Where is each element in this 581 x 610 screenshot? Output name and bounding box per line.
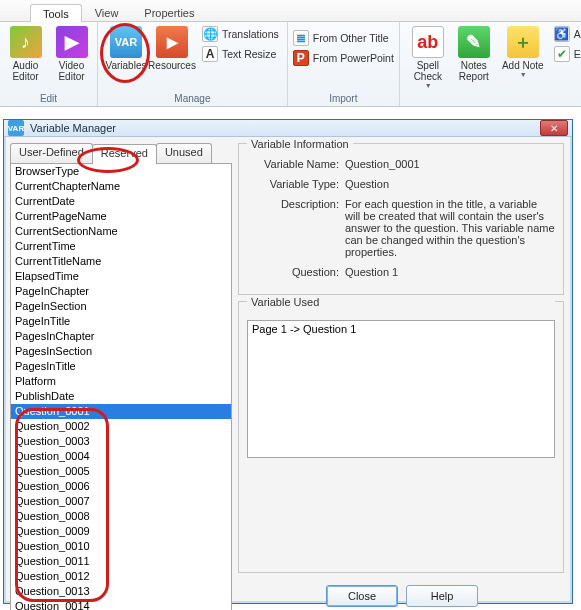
audio-editor-label: Audio Editor	[4, 60, 48, 82]
list-item[interactable]: Question_0009	[11, 524, 231, 539]
resources-label: Resources	[148, 60, 196, 71]
text-resize-label: Text Resize	[222, 48, 276, 60]
list-item[interactable]: PagesInChapter	[11, 329, 231, 344]
dialog-close-button[interactable]: ✕	[540, 120, 568, 136]
variable-used-item[interactable]: Page 1 -> Question 1	[252, 323, 550, 335]
ribbon-group-manage-label: Manage	[98, 93, 287, 104]
list-item[interactable]: PagesInTitle	[11, 359, 231, 374]
variable-type-label: Variable Type:	[247, 178, 345, 190]
notes-report-button[interactable]: ✎ Notes Report	[452, 24, 496, 91]
audio-editor-icon: ♪	[10, 26, 42, 58]
list-item[interactable]: Question_0003	[11, 434, 231, 449]
text-resize-button[interactable]: A Text Resize	[200, 44, 281, 64]
dropdown-arrow-icon: ▼	[520, 71, 527, 78]
help-button[interactable]: Help	[406, 585, 478, 607]
list-item[interactable]: BrowserType	[11, 164, 231, 179]
list-item[interactable]: PageInSection	[11, 299, 231, 314]
video-editor-icon: ▶	[56, 26, 88, 58]
spell-check-button[interactable]: ab Spell Check ▼	[406, 24, 450, 91]
list-item[interactable]: PageInChapter	[11, 284, 231, 299]
variable-type-value: Question	[345, 178, 555, 190]
translations-icon: 🌐	[202, 26, 218, 42]
notes-report-icon: ✎	[458, 26, 490, 58]
from-other-title-button[interactable]: ≣ From Other Title	[291, 28, 391, 48]
variable-information-group: Variable Information Variable Name: Ques…	[238, 143, 564, 295]
text-resize-icon: A	[202, 46, 218, 62]
audio-editor-button[interactable]: ♪ Audio Editor	[4, 24, 48, 84]
tab-unused[interactable]: Unused	[156, 143, 212, 163]
list-item[interactable]: PageInTitle	[11, 314, 231, 329]
dialog-title: Variable Manager	[30, 122, 116, 134]
ribbon-tab-tools[interactable]: Tools	[30, 4, 82, 22]
accessibility-button[interactable]: ♿ Acc	[552, 24, 581, 44]
list-item[interactable]: CurrentTime	[11, 239, 231, 254]
from-powerpoint-button[interactable]: P From PowerPoint	[291, 48, 396, 68]
list-item[interactable]: CurrentSectionName	[11, 224, 231, 239]
list-item[interactable]: Question_0004	[11, 449, 231, 464]
list-item[interactable]: Question_0008	[11, 509, 231, 524]
dialog-titlebar[interactable]: VAR Variable Manager ✕	[4, 120, 572, 137]
variable-tabs: User-Defined Reserved Unused	[10, 143, 232, 163]
list-item[interactable]: Question_0002	[11, 419, 231, 434]
list-item[interactable]: CurrentTitleName	[11, 254, 231, 269]
question-label: Question:	[247, 266, 345, 278]
accessibility-label: Acc	[574, 28, 581, 40]
description-value: For each question in the title, a variab…	[345, 198, 555, 258]
powerpoint-icon: P	[293, 50, 309, 66]
variables-label: Variables	[106, 60, 147, 71]
list-item[interactable]: Question_0005	[11, 464, 231, 479]
variable-list[interactable]: BrowserTypeCurrentChapterNameCurrentDate…	[10, 163, 232, 610]
list-item[interactable]: Question_0012	[11, 569, 231, 584]
variable-used-group: Variable Used Page 1 -> Question 1	[238, 301, 564, 573]
accessibility-icon: ♿	[554, 26, 570, 42]
resources-button[interactable]: ▶ Resources	[150, 24, 194, 73]
variable-information-legend: Variable Information	[247, 138, 353, 150]
tab-reserved[interactable]: Reserved	[92, 144, 157, 164]
dropdown-arrow-icon: ▼	[425, 82, 432, 89]
list-item[interactable]: Question_0013	[11, 584, 231, 599]
list-item-selected[interactable]: Question_0001	[11, 404, 231, 419]
list-item[interactable]: CurrentPageName	[11, 209, 231, 224]
video-editor-button[interactable]: ▶ Video Editor	[50, 24, 94, 84]
dialog-left-pane: User-Defined Reserved Unused BrowserType…	[10, 143, 232, 610]
variables-button[interactable]: VAR Variables	[104, 24, 148, 73]
list-item[interactable]: Question_0010	[11, 539, 231, 554]
variables-icon: VAR	[110, 26, 142, 58]
list-item[interactable]: ElapsedTime	[11, 269, 231, 284]
variable-used-legend: Variable Used	[247, 296, 555, 308]
ribbon-group-import-label: Import	[288, 93, 399, 104]
list-item[interactable]: Question_0007	[11, 494, 231, 509]
add-note-button[interactable]: ＋ Add Note ▼	[498, 24, 548, 91]
list-item[interactable]: Question_0014	[11, 599, 231, 610]
error-check-button[interactable]: ✔ Erro	[552, 44, 581, 64]
list-item[interactable]: PagesInSection	[11, 344, 231, 359]
ribbon-group-import: ≣ From Other Title P From PowerPoint Imp…	[288, 22, 400, 106]
list-item[interactable]: CurrentDate	[11, 194, 231, 209]
ribbon: ♪ Audio Editor ▶ Video Editor Edit VAR V…	[0, 22, 581, 107]
ribbon-tab-view[interactable]: View	[82, 3, 132, 21]
tab-user-defined[interactable]: User-Defined	[10, 143, 93, 163]
variable-manager-icon: VAR	[8, 120, 24, 136]
ribbon-tab-properties[interactable]: Properties	[131, 3, 207, 21]
from-powerpoint-label: From PowerPoint	[313, 52, 394, 64]
list-item[interactable]: Question_0006	[11, 479, 231, 494]
variable-name-value: Question_0001	[345, 158, 555, 170]
error-check-icon: ✔	[554, 46, 570, 62]
list-item[interactable]: Platform	[11, 374, 231, 389]
ribbon-group-manage: VAR Variables ▶ Resources 🌐 Translations…	[98, 22, 288, 106]
variable-manager-dialog: VAR Variable Manager ✕ User-Defined Rese…	[3, 119, 573, 604]
from-other-title-label: From Other Title	[313, 32, 389, 44]
list-item[interactable]: PublishDate	[11, 389, 231, 404]
variable-name-label: Variable Name:	[247, 158, 345, 170]
other-title-icon: ≣	[293, 30, 309, 46]
video-editor-label: Video Editor	[50, 60, 94, 82]
error-check-label: Erro	[574, 48, 581, 60]
ribbon-group-edit-label: Edit	[0, 93, 97, 104]
translations-button[interactable]: 🌐 Translations	[200, 24, 281, 44]
spell-check-label: Spell Check	[406, 60, 450, 82]
add-note-icon: ＋	[507, 26, 539, 58]
close-button[interactable]: Close	[326, 585, 398, 607]
list-item[interactable]: Question_0011	[11, 554, 231, 569]
variable-used-list[interactable]: Page 1 -> Question 1	[247, 320, 555, 458]
list-item[interactable]: CurrentChapterName	[11, 179, 231, 194]
